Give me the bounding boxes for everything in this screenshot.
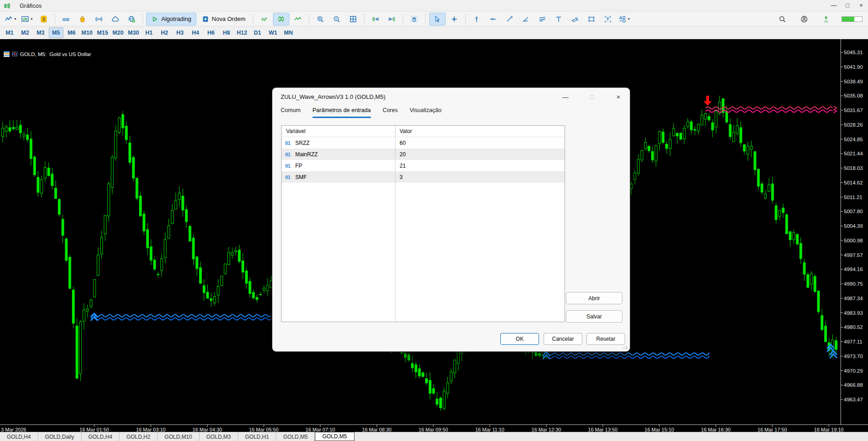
shift-right-icon: [372, 15, 379, 23]
crosshair-button[interactable]: [447, 13, 462, 25]
chart-tab-0-gold-h4[interactable]: GOLD,H4: [0, 432, 38, 441]
levels-button[interactable]: LVL: [818, 13, 834, 25]
param-row-fp[interactable]: 01FP21: [282, 160, 565, 171]
price-axis-label: 5004.39: [844, 223, 863, 229]
candle-body: [171, 210, 174, 224]
cloud-button[interactable]: [108, 13, 123, 25]
algotrading-button[interactable]: Algotrading: [146, 13, 196, 26]
resetar-button[interactable]: Resetar: [586, 333, 625, 345]
timeframe-h2[interactable]: H2: [157, 27, 172, 38]
timeframe-m30[interactable]: M30: [126, 27, 141, 38]
rectangle-shape-button[interactable]: [584, 13, 599, 25]
dialog-tab-comum[interactable]: Comum: [281, 107, 301, 118]
salvar-button[interactable]: Salvar: [566, 310, 622, 323]
line-chart-green-button[interactable]: [290, 13, 306, 25]
price-axis-label: 5031.67: [844, 108, 863, 113]
market-depth-icon[interactable]: [4, 51, 10, 57]
dialog-tab-parametros-de-entrada[interactable]: Parâmetros de entrada: [313, 107, 371, 118]
market-watch-dollar-button[interactable]: $: [36, 13, 51, 25]
timeframe-m15[interactable]: M15: [95, 27, 110, 38]
zoom-out-button[interactable]: [329, 13, 344, 25]
sell-arrow-icon: [704, 96, 712, 106]
chart-type-line-button[interactable]: ▼: [3, 13, 19, 25]
trendline-button[interactable]: [502, 13, 517, 25]
buy-arrow-icon: [830, 351, 837, 358]
shift-left-button[interactable]: [384, 13, 400, 25]
screenshot-camera-button[interactable]: [406, 13, 422, 25]
chart-template-button[interactable]: ▼: [20, 13, 35, 25]
candle-body: [652, 152, 654, 160]
window-maximize-button[interactable]: □: [841, 0, 854, 11]
param-row-srzz[interactable]: 01SRZZ60: [282, 137, 565, 149]
dialog-minimize-button[interactable]: —: [559, 91, 572, 103]
shift-right-button[interactable]: [368, 13, 383, 25]
timeframe-m6[interactable]: M6: [64, 27, 79, 38]
candle-body: [637, 159, 640, 174]
timeframe-h1[interactable]: H1: [142, 27, 156, 38]
timeframe-m3[interactable]: M3: [33, 27, 48, 38]
tile-windows-button[interactable]: [345, 13, 361, 25]
candle-body: [23, 134, 25, 137]
search-button[interactable]: [775, 13, 790, 25]
chart-tab-6-gold-h1[interactable]: GOLD,H1: [238, 432, 277, 441]
timeframe-d1[interactable]: D1: [250, 27, 265, 38]
timeframe-m2[interactable]: M2: [18, 27, 32, 38]
chart-tab-1-gold-daily[interactable]: GOLD,Daily: [38, 432, 82, 441]
timeframe-h3[interactable]: H3: [173, 27, 187, 38]
timeframe-mn[interactable]: MN: [281, 27, 296, 38]
timeframe-h6[interactable]: H6: [204, 27, 218, 38]
chart-tab-7-gold-m5[interactable]: GOLD,M5: [276, 432, 315, 441]
fibo-channel-button[interactable]: [567, 13, 583, 25]
timeframe-m5[interactable]: M5: [49, 27, 63, 38]
dialog-tab-visualizacao[interactable]: Visualização: [410, 107, 442, 118]
chart-tab-2-gold-h4[interactable]: GOLD,H4: [82, 432, 120, 441]
nova-ordem-button[interactable]: Nova Ordem: [197, 13, 250, 25]
connection-bar-button[interactable]: [840, 13, 864, 25]
ide-editor-button[interactable]: IDE: [58, 13, 74, 25]
signals-button[interactable]: [91, 13, 107, 25]
chart-tab-5-gold-m3[interactable]: GOLD,M3: [200, 432, 238, 441]
timeframe-h8[interactable]: H8: [219, 27, 234, 38]
timeframe-m10[interactable]: M10: [80, 27, 94, 38]
window-close-button[interactable]: ×: [854, 0, 868, 11]
dialog-maximize-button[interactable]: □: [585, 91, 599, 103]
ok-button[interactable]: OK: [500, 333, 539, 345]
text-tool-button[interactable]: [551, 13, 566, 25]
candles-chart-button[interactable]: [273, 13, 289, 26]
account-button[interactable]: [796, 13, 812, 25]
timeframe-w1[interactable]: W1: [266, 27, 280, 38]
window-minimize-button[interactable]: —: [827, 0, 841, 11]
cursor-button[interactable]: [429, 13, 446, 26]
bars-chart-button[interactable]: [257, 13, 272, 25]
menu-graficos[interactable]: Gráficos: [14, 0, 59, 12]
timeframe-h12[interactable]: H12: [235, 27, 249, 38]
objects-group-button[interactable]: ▼: [616, 13, 632, 25]
price-axis-label: 4963.47: [844, 397, 863, 402]
chart-type-line-icon: [5, 15, 12, 23]
equidistant-channel-button[interactable]: [534, 13, 550, 25]
param-row-mainrzz[interactable]: 01MainRZZ20: [282, 149, 565, 160]
timeframe-h4[interactable]: H4: [188, 27, 203, 38]
trend-angle-button[interactable]: [518, 13, 534, 25]
text-label-button[interactable]: [600, 13, 616, 25]
param-row-smf[interactable]: 01SMF3: [282, 171, 565, 183]
dialog-tab-cores[interactable]: Cores: [383, 107, 398, 118]
cancelar-button[interactable]: Cancelar: [544, 333, 582, 345]
chart-tab-4-gold-m10[interactable]: GOLD,M10: [158, 432, 200, 441]
dialog-resize-grip[interactable]: [623, 344, 627, 349]
timeframe-m1[interactable]: M1: [2, 27, 17, 38]
algotrading-play-icon: [151, 15, 159, 23]
chart-tab-3-gold-h2[interactable]: GOLD,H2: [119, 432, 158, 441]
dialog-close-button[interactable]: ×: [611, 91, 625, 103]
chart-tab-8-gold-m5[interactable]: GOLD,M5: [315, 432, 354, 441]
candle-body: [33, 157, 36, 175]
abrir-button[interactable]: Abrir: [566, 292, 622, 304]
horizontal-line-button[interactable]: [485, 13, 501, 25]
zoom-in-button[interactable]: [313, 13, 328, 25]
dialog-titlebar[interactable]: ZULU_Wave_ArrowsV3 1.0 (GOLD,M5) —□×: [272, 88, 630, 106]
community-button[interactable]: [124, 13, 139, 25]
market-store-button[interactable]: [75, 13, 90, 25]
timeframe-m20[interactable]: M20: [111, 27, 125, 38]
symbol-chart-icon[interactable]: [12, 51, 18, 57]
vertical-line-button[interactable]: [469, 13, 484, 25]
